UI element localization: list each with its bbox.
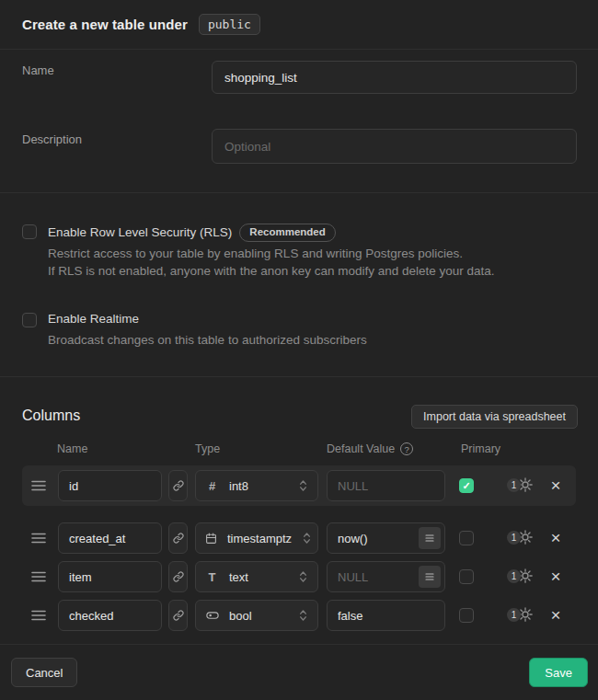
table-row: # int8 ✓ 1 × [0, 469, 598, 502]
column-type-select[interactable]: T text [195, 561, 318, 592]
drag-handle-icon[interactable] [31, 607, 48, 624]
column-type-select[interactable]: # int8 [195, 470, 318, 501]
create-table-dialog: Create a new table under public Name Des… [0, 0, 598, 700]
primary-cell [459, 531, 474, 545]
remove-column-button[interactable]: × [545, 603, 567, 625]
column-name-input[interactable] [58, 600, 162, 631]
foreign-key-link-icon[interactable] [168, 470, 188, 501]
column-header-default: Default Value ? [327, 442, 413, 455]
default-value-menu-icon[interactable] [419, 527, 441, 549]
column-type-select[interactable]: timestamptz [195, 522, 318, 554]
help-icon[interactable]: ? [400, 442, 413, 455]
boolean-toggle-icon [205, 609, 219, 622]
table-row: bool 1 × [0, 599, 598, 632]
description-label: Description [22, 132, 82, 146]
drag-handle-icon[interactable] [31, 568, 48, 585]
primary-checkbox[interactable]: ✓ [459, 478, 474, 493]
realtime-label: Enable Realtime [48, 312, 139, 326]
column-header-type: Type [195, 442, 220, 455]
text-type-icon: T [205, 570, 219, 584]
rls-description-line2: If RLS is not enabled, anyone with the a… [48, 262, 495, 280]
rls-toggle-title: Enable Row Level Security (RLS) Recommen… [48, 224, 336, 242]
column-name-input[interactable] [58, 561, 162, 592]
chevron-up-down-icon [298, 570, 308, 583]
column-name-input[interactable] [58, 470, 162, 501]
column-name-input[interactable] [58, 522, 162, 554]
default-value-cell [327, 561, 445, 592]
default-value-input[interactable] [327, 470, 445, 501]
foreign-key-link-icon[interactable] [168, 600, 188, 631]
default-value-cell [327, 470, 445, 501]
default-value-input[interactable] [327, 600, 445, 631]
import-spreadsheet-button[interactable]: Import data via spreadsheet [411, 405, 578, 429]
default-value-cell [327, 522, 445, 554]
remove-column-button[interactable]: × [545, 526, 567, 548]
chevron-up-down-icon [302, 532, 312, 545]
column-settings-button[interactable]: 1 [507, 529, 534, 545]
foreign-key-link-icon[interactable] [168, 522, 188, 554]
dialog-header: Create a new table under public [0, 0, 598, 50]
settings-count-badge: 1 [507, 569, 521, 583]
column-settings-button[interactable]: 1 [507, 476, 534, 493]
table-row: T text 1 × [0, 560, 598, 593]
rls-description-line1: Restrict access to your table by enablin… [48, 245, 463, 262]
chevron-up-down-icon [298, 479, 308, 492]
rls-checkbox[interactable] [22, 224, 37, 239]
remove-column-button[interactable]: × [545, 565, 567, 587]
primary-checkbox[interactable] [459, 569, 474, 584]
drag-handle-icon[interactable] [31, 530, 48, 546]
realtime-toggle-title: Enable Realtime [48, 312, 139, 326]
settings-count-badge: 1 [507, 478, 521, 492]
default-value-cell [327, 600, 445, 631]
column-type-select[interactable]: bool [195, 600, 318, 631]
settings-count-badge: 1 [507, 531, 521, 545]
column-type-label: text [229, 570, 248, 584]
name-label: Name [22, 63, 54, 77]
dialog-footer: Cancel Save [0, 644, 598, 700]
schema-badge: public [199, 14, 260, 35]
settings-count-badge: 1 [507, 608, 521, 622]
column-header-name: Name [57, 442, 87, 455]
table-row: timestamptz 1 × [0, 522, 598, 555]
section-divider [0, 192, 598, 193]
cancel-button[interactable]: Cancel [11, 658, 77, 687]
primary-checkbox[interactable] [459, 531, 474, 545]
column-type-label: int8 [229, 479, 248, 493]
column-type-label: timestamptz [227, 532, 292, 545]
rls-label: Enable Row Level Security (RLS) [48, 225, 232, 239]
section-divider [0, 376, 598, 377]
drag-handle-icon[interactable] [31, 477, 48, 494]
primary-cell [459, 608, 474, 623]
default-value-menu-icon[interactable] [419, 566, 441, 588]
primary-cell [459, 569, 474, 584]
save-button[interactable]: Save [529, 658, 588, 687]
dialog-title: Create a new table under [22, 17, 188, 32]
columns-section-title: Columns [22, 407, 80, 424]
table-name-input[interactable] [212, 61, 577, 94]
primary-checkbox[interactable] [459, 608, 474, 623]
column-header-primary: Primary [461, 442, 500, 455]
calendar-icon [205, 533, 217, 545]
realtime-description: Broadcast changes on this table to autho… [48, 331, 367, 349]
column-settings-button[interactable]: 1 [507, 568, 534, 584]
column-type-label: bool [229, 609, 252, 623]
foreign-key-link-icon[interactable] [168, 561, 188, 592]
primary-cell: ✓ [459, 478, 474, 493]
column-settings-button[interactable]: 1 [507, 606, 534, 623]
table-description-input[interactable] [212, 129, 577, 164]
chevron-up-down-icon [298, 609, 308, 622]
remove-column-button[interactable]: × [545, 474, 567, 496]
recommended-badge: Recommended [239, 224, 335, 242]
hash-icon: # [205, 479, 219, 493]
realtime-checkbox[interactable] [22, 313, 37, 327]
